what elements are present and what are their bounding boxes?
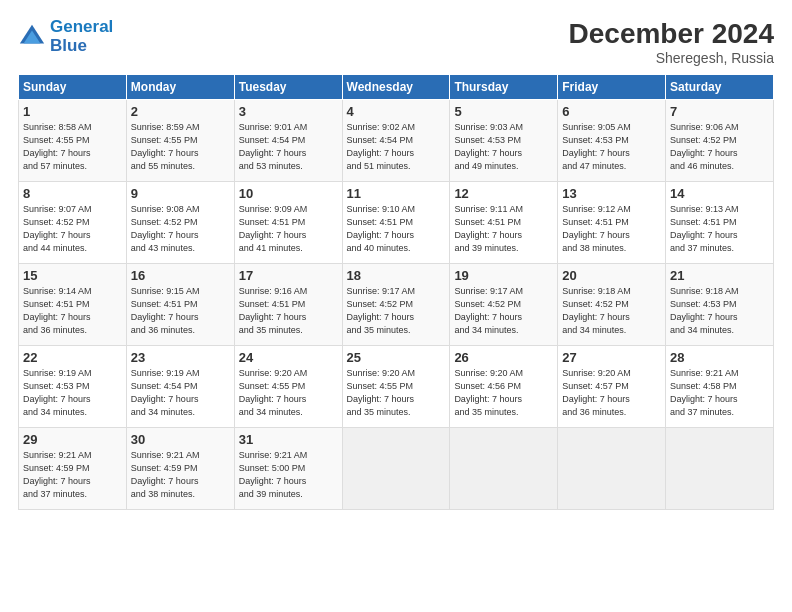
calendar-cell: 18Sunrise: 9:17 AMSunset: 4:52 PMDayligh… <box>342 264 450 346</box>
calendar-cell: 11Sunrise: 9:10 AMSunset: 4:51 PMDayligh… <box>342 182 450 264</box>
page: General Blue December 2024 Sheregesh, Ru… <box>0 0 792 612</box>
weekday-header-wednesday: Wednesday <box>342 75 450 100</box>
cell-content: Sunrise: 9:16 AMSunset: 4:51 PMDaylight:… <box>239 285 338 337</box>
logo-icon <box>18 23 46 51</box>
day-number: 12 <box>454 186 553 201</box>
cell-content: Sunrise: 9:17 AMSunset: 4:52 PMDaylight:… <box>454 285 553 337</box>
weekday-header-saturday: Saturday <box>666 75 774 100</box>
calendar-cell: 8Sunrise: 9:07 AMSunset: 4:52 PMDaylight… <box>19 182 127 264</box>
calendar-cell: 1Sunrise: 8:58 AMSunset: 4:55 PMDaylight… <box>19 100 127 182</box>
cell-content: Sunrise: 9:02 AMSunset: 4:54 PMDaylight:… <box>347 121 446 173</box>
calendar-cell: 5Sunrise: 9:03 AMSunset: 4:53 PMDaylight… <box>450 100 558 182</box>
logo-line2: Blue <box>50 36 87 55</box>
day-number: 18 <box>347 268 446 283</box>
cell-content: Sunrise: 9:18 AMSunset: 4:52 PMDaylight:… <box>562 285 661 337</box>
title-block: December 2024 Sheregesh, Russia <box>569 18 774 66</box>
cell-content: Sunrise: 8:59 AMSunset: 4:55 PMDaylight:… <box>131 121 230 173</box>
weekday-header-thursday: Thursday <box>450 75 558 100</box>
cell-content: Sunrise: 9:21 AMSunset: 4:58 PMDaylight:… <box>670 367 769 419</box>
day-number: 27 <box>562 350 661 365</box>
calendar-cell <box>450 428 558 510</box>
day-number: 13 <box>562 186 661 201</box>
day-number: 11 <box>347 186 446 201</box>
calendar-cell: 29Sunrise: 9:21 AMSunset: 4:59 PMDayligh… <box>19 428 127 510</box>
day-number: 25 <box>347 350 446 365</box>
cell-content: Sunrise: 9:20 AMSunset: 4:55 PMDaylight:… <box>347 367 446 419</box>
weekday-header-sunday: Sunday <box>19 75 127 100</box>
calendar: SundayMondayTuesdayWednesdayThursdayFrid… <box>18 74 774 510</box>
cell-content: Sunrise: 9:20 AMSunset: 4:57 PMDaylight:… <box>562 367 661 419</box>
day-number: 31 <box>239 432 338 447</box>
weekday-header-friday: Friday <box>558 75 666 100</box>
cell-content: Sunrise: 9:21 AMSunset: 4:59 PMDaylight:… <box>23 449 122 501</box>
weekday-header-monday: Monday <box>126 75 234 100</box>
cell-content: Sunrise: 9:07 AMSunset: 4:52 PMDaylight:… <box>23 203 122 255</box>
calendar-cell: 14Sunrise: 9:13 AMSunset: 4:51 PMDayligh… <box>666 182 774 264</box>
logo: General Blue <box>18 18 113 55</box>
calendar-cell: 22Sunrise: 9:19 AMSunset: 4:53 PMDayligh… <box>19 346 127 428</box>
cell-content: Sunrise: 9:13 AMSunset: 4:51 PMDaylight:… <box>670 203 769 255</box>
day-number: 24 <box>239 350 338 365</box>
cell-content: Sunrise: 9:08 AMSunset: 4:52 PMDaylight:… <box>131 203 230 255</box>
weekday-header-tuesday: Tuesday <box>234 75 342 100</box>
calendar-cell: 19Sunrise: 9:17 AMSunset: 4:52 PMDayligh… <box>450 264 558 346</box>
day-number: 7 <box>670 104 769 119</box>
day-number: 28 <box>670 350 769 365</box>
calendar-cell: 25Sunrise: 9:20 AMSunset: 4:55 PMDayligh… <box>342 346 450 428</box>
calendar-cell <box>666 428 774 510</box>
cell-content: Sunrise: 9:03 AMSunset: 4:53 PMDaylight:… <box>454 121 553 173</box>
cell-content: Sunrise: 9:14 AMSunset: 4:51 PMDaylight:… <box>23 285 122 337</box>
calendar-cell: 7Sunrise: 9:06 AMSunset: 4:52 PMDaylight… <box>666 100 774 182</box>
cell-content: Sunrise: 9:20 AMSunset: 4:55 PMDaylight:… <box>239 367 338 419</box>
calendar-cell: 20Sunrise: 9:18 AMSunset: 4:52 PMDayligh… <box>558 264 666 346</box>
calendar-cell: 21Sunrise: 9:18 AMSunset: 4:53 PMDayligh… <box>666 264 774 346</box>
calendar-cell: 27Sunrise: 9:20 AMSunset: 4:57 PMDayligh… <box>558 346 666 428</box>
day-number: 4 <box>347 104 446 119</box>
cell-content: Sunrise: 9:12 AMSunset: 4:51 PMDaylight:… <box>562 203 661 255</box>
day-number: 17 <box>239 268 338 283</box>
calendar-cell: 17Sunrise: 9:16 AMSunset: 4:51 PMDayligh… <box>234 264 342 346</box>
calendar-cell: 26Sunrise: 9:20 AMSunset: 4:56 PMDayligh… <box>450 346 558 428</box>
day-number: 19 <box>454 268 553 283</box>
day-number: 23 <box>131 350 230 365</box>
logo-text: General Blue <box>50 18 113 55</box>
cell-content: Sunrise: 9:01 AMSunset: 4:54 PMDaylight:… <box>239 121 338 173</box>
day-number: 2 <box>131 104 230 119</box>
calendar-cell: 4Sunrise: 9:02 AMSunset: 4:54 PMDaylight… <box>342 100 450 182</box>
day-number: 14 <box>670 186 769 201</box>
calendar-cell: 10Sunrise: 9:09 AMSunset: 4:51 PMDayligh… <box>234 182 342 264</box>
cell-content: Sunrise: 8:58 AMSunset: 4:55 PMDaylight:… <box>23 121 122 173</box>
cell-content: Sunrise: 9:20 AMSunset: 4:56 PMDaylight:… <box>454 367 553 419</box>
calendar-cell: 24Sunrise: 9:20 AMSunset: 4:55 PMDayligh… <box>234 346 342 428</box>
cell-content: Sunrise: 9:21 AMSunset: 4:59 PMDaylight:… <box>131 449 230 501</box>
cell-content: Sunrise: 9:19 AMSunset: 4:53 PMDaylight:… <box>23 367 122 419</box>
cell-content: Sunrise: 9:10 AMSunset: 4:51 PMDaylight:… <box>347 203 446 255</box>
calendar-cell: 23Sunrise: 9:19 AMSunset: 4:54 PMDayligh… <box>126 346 234 428</box>
calendar-cell: 30Sunrise: 9:21 AMSunset: 4:59 PMDayligh… <box>126 428 234 510</box>
calendar-cell: 16Sunrise: 9:15 AMSunset: 4:51 PMDayligh… <box>126 264 234 346</box>
calendar-cell <box>342 428 450 510</box>
cell-content: Sunrise: 9:06 AMSunset: 4:52 PMDaylight:… <box>670 121 769 173</box>
calendar-cell <box>558 428 666 510</box>
day-number: 20 <box>562 268 661 283</box>
day-number: 22 <box>23 350 122 365</box>
day-number: 5 <box>454 104 553 119</box>
cell-content: Sunrise: 9:09 AMSunset: 4:51 PMDaylight:… <box>239 203 338 255</box>
day-number: 30 <box>131 432 230 447</box>
day-number: 10 <box>239 186 338 201</box>
day-number: 8 <box>23 186 122 201</box>
day-number: 26 <box>454 350 553 365</box>
calendar-cell: 2Sunrise: 8:59 AMSunset: 4:55 PMDaylight… <box>126 100 234 182</box>
cell-content: Sunrise: 9:05 AMSunset: 4:53 PMDaylight:… <box>562 121 661 173</box>
calendar-cell: 12Sunrise: 9:11 AMSunset: 4:51 PMDayligh… <box>450 182 558 264</box>
day-number: 1 <box>23 104 122 119</box>
header: General Blue December 2024 Sheregesh, Ru… <box>18 18 774 66</box>
location-subtitle: Sheregesh, Russia <box>569 50 774 66</box>
day-number: 9 <box>131 186 230 201</box>
calendar-cell: 9Sunrise: 9:08 AMSunset: 4:52 PMDaylight… <box>126 182 234 264</box>
cell-content: Sunrise: 9:18 AMSunset: 4:53 PMDaylight:… <box>670 285 769 337</box>
calendar-cell: 28Sunrise: 9:21 AMSunset: 4:58 PMDayligh… <box>666 346 774 428</box>
cell-content: Sunrise: 9:19 AMSunset: 4:54 PMDaylight:… <box>131 367 230 419</box>
calendar-cell: 3Sunrise: 9:01 AMSunset: 4:54 PMDaylight… <box>234 100 342 182</box>
cell-content: Sunrise: 9:17 AMSunset: 4:52 PMDaylight:… <box>347 285 446 337</box>
